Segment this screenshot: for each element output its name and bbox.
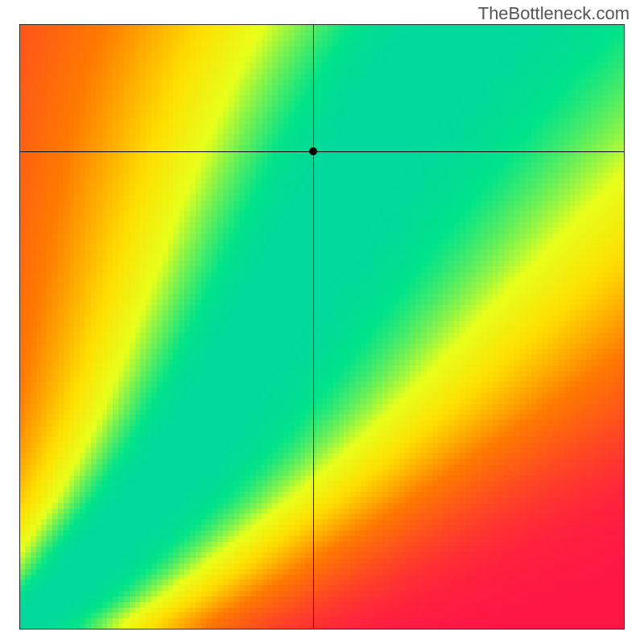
crosshair-horizontal bbox=[19, 151, 625, 152]
crosshair-vertical bbox=[313, 24, 314, 630]
selected-point bbox=[309, 147, 317, 155]
watermark-text: TheBottleneck.com bbox=[478, 3, 630, 24]
heatmap-plot bbox=[19, 24, 625, 630]
heatmap-cell bbox=[619, 624, 625, 630]
chart-container: TheBottleneck.com bbox=[0, 0, 644, 644]
